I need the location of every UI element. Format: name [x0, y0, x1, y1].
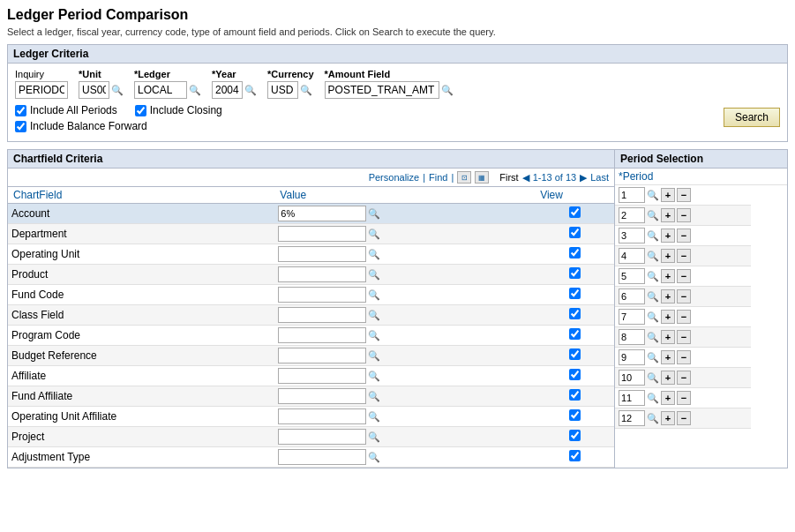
period-remove-button[interactable]: − [677, 350, 691, 364]
cf-value-input[interactable] [278, 408, 366, 424]
cf-view-checkbox[interactable] [569, 328, 581, 340]
ledger-lookup-icon[interactable] [189, 85, 201, 96]
cf-value-input[interactable] [278, 449, 366, 465]
period-lookup-icon[interactable] [647, 311, 659, 323]
period-remove-button[interactable]: − [677, 391, 691, 405]
grid-icon[interactable]: ▦ [475, 171, 489, 184]
cf-lookup-icon[interactable] [368, 371, 380, 382]
nav-prev-icon[interactable]: ◀ [522, 172, 529, 184]
period-add-button[interactable]: + [661, 249, 675, 263]
period-input[interactable] [619, 187, 645, 203]
unit-lookup-icon[interactable] [111, 85, 124, 96]
cf-lookup-icon[interactable] [368, 431, 380, 443]
cf-view-checkbox[interactable] [569, 227, 581, 238]
period-remove-button[interactable]: − [677, 310, 691, 324]
include-all-periods-checkbox[interactable] [15, 105, 26, 116]
period-input[interactable] [619, 248, 645, 264]
cf-value-input[interactable] [278, 266, 366, 282]
amount-field-input[interactable] [325, 81, 439, 99]
period-input[interactable] [619, 329, 645, 345]
personalize-link[interactable]: Personalize [369, 172, 419, 183]
cf-value-input[interactable] [278, 287, 366, 303]
nav-last[interactable]: Last [590, 172, 609, 183]
period-input[interactable] [619, 370, 645, 386]
cf-lookup-icon[interactable] [368, 452, 380, 463]
period-remove-button[interactable]: − [677, 208, 691, 222]
cf-lookup-icon[interactable] [368, 391, 380, 402]
cf-lookup-icon[interactable] [368, 350, 380, 362]
period-add-button[interactable]: + [661, 229, 675, 243]
cf-view-checkbox[interactable] [569, 409, 581, 421]
period-input[interactable] [619, 288, 645, 304]
cf-lookup-icon[interactable] [368, 289, 380, 301]
cf-value-input[interactable] [278, 226, 366, 242]
cf-value-input[interactable] [278, 348, 366, 363]
cf-lookup-icon[interactable] [368, 229, 380, 240]
currency-lookup-icon[interactable] [300, 85, 312, 96]
cf-value-input[interactable] [278, 327, 366, 343]
period-add-button[interactable]: + [661, 208, 675, 222]
cf-value-input[interactable] [278, 429, 366, 445]
include-closing-checkbox[interactable] [135, 105, 146, 116]
cf-lookup-icon[interactable] [368, 269, 380, 281]
period-remove-button[interactable]: − [677, 371, 691, 385]
unit-input[interactable] [79, 81, 109, 99]
include-balance-forward-checkbox[interactable] [15, 121, 26, 132]
period-remove-button[interactable]: − [677, 188, 691, 202]
period-input[interactable] [619, 410, 645, 426]
cf-lookup-icon[interactable] [368, 310, 380, 321]
period-add-button[interactable]: + [661, 411, 675, 425]
find-link[interactable]: Find [429, 172, 447, 183]
period-input[interactable] [619, 349, 645, 365]
cf-view-checkbox[interactable] [569, 348, 581, 360]
period-lookup-icon[interactable] [647, 332, 659, 343]
cf-lookup-icon[interactable] [368, 411, 380, 423]
period-remove-button[interactable]: − [677, 330, 691, 344]
period-remove-button[interactable]: − [677, 229, 691, 243]
cf-value-input[interactable] [278, 307, 366, 323]
inquiry-input[interactable] [15, 81, 68, 99]
cf-view-checkbox[interactable] [569, 450, 581, 461]
cf-value-input[interactable] [278, 246, 366, 262]
period-lookup-icon[interactable] [647, 251, 659, 262]
period-lookup-icon[interactable] [647, 352, 659, 363]
period-lookup-icon[interactable] [647, 230, 659, 242]
period-remove-button[interactable]: − [677, 269, 691, 283]
search-button[interactable]: Search [724, 108, 780, 127]
view-icon[interactable]: ⊡ [457, 171, 471, 184]
year-input[interactable] [212, 81, 243, 99]
period-remove-button[interactable]: − [677, 411, 691, 425]
nav-next-icon[interactable]: ▶ [580, 172, 587, 184]
cf-view-checkbox[interactable] [569, 288, 581, 299]
period-lookup-icon[interactable] [647, 291, 659, 303]
cf-value-input[interactable] [278, 388, 366, 404]
period-add-button[interactable]: + [661, 391, 675, 405]
cf-value-input[interactable] [278, 206, 366, 221]
period-add-button[interactable]: + [661, 188, 675, 202]
cf-lookup-icon[interactable] [368, 249, 380, 260]
amount-field-lookup-icon[interactable] [441, 85, 454, 96]
period-lookup-icon[interactable] [647, 271, 659, 282]
period-add-button[interactable]: + [661, 371, 675, 385]
cf-view-checkbox[interactable] [569, 267, 581, 279]
period-add-button[interactable]: + [661, 330, 675, 344]
period-input[interactable] [619, 390, 645, 406]
period-remove-button[interactable]: − [677, 249, 691, 263]
period-add-button[interactable]: + [661, 289, 675, 303]
cf-view-checkbox[interactable] [569, 369, 581, 380]
period-lookup-icon[interactable] [647, 210, 659, 221]
cf-view-checkbox[interactable] [569, 430, 581, 441]
currency-input[interactable] [267, 81, 298, 99]
period-remove-button[interactable]: − [677, 289, 691, 303]
period-lookup-icon[interactable] [647, 413, 659, 424]
ledger-input[interactable] [134, 81, 187, 99]
cf-view-checkbox[interactable] [569, 308, 581, 319]
period-input[interactable] [619, 268, 645, 284]
period-add-button[interactable]: + [661, 310, 675, 324]
cf-view-checkbox[interactable] [569, 389, 581, 401]
year-lookup-icon[interactable] [244, 85, 257, 96]
cf-view-checkbox[interactable] [569, 247, 581, 259]
period-add-button[interactable]: + [661, 350, 675, 364]
cf-lookup-icon[interactable] [368, 208, 380, 220]
period-lookup-icon[interactable] [647, 393, 659, 404]
